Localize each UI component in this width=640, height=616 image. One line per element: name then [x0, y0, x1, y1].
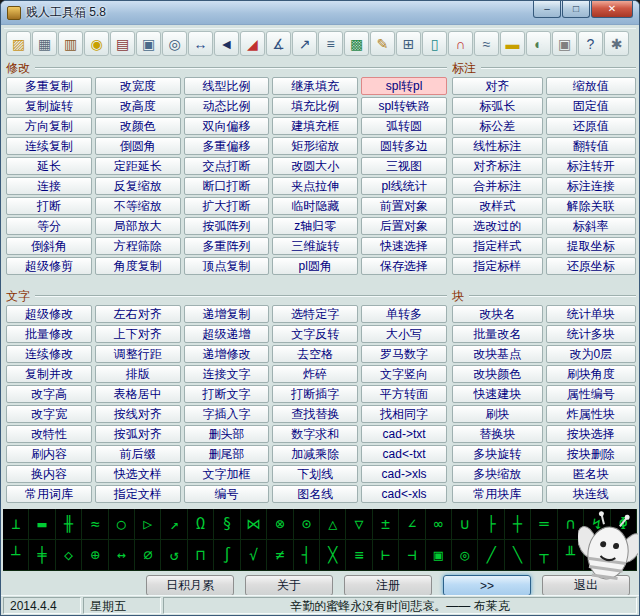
- tool-button[interactable]: 局部放大: [95, 217, 181, 235]
- cad-symbol[interactable]: ∪: [452, 509, 478, 540]
- tool-button[interactable]: 保存选择: [361, 257, 447, 275]
- cad-symbol[interactable]: ∠: [399, 509, 425, 540]
- tool-button[interactable]: 替换块: [452, 425, 543, 443]
- daily-quote-button[interactable]: 日积月累: [146, 575, 234, 596]
- tool-button[interactable]: 顶点复制: [184, 257, 270, 275]
- cad-symbol[interactable]: ▣: [426, 540, 452, 571]
- toolbar-button[interactable]: ▯: [422, 31, 447, 56]
- tool-button[interactable]: 文字加框: [184, 465, 270, 483]
- tool-button[interactable]: 多重复制: [6, 77, 92, 95]
- tool-button[interactable]: 连续修改: [6, 345, 92, 363]
- tool-button[interactable]: 对齐: [452, 77, 543, 95]
- toolbar-button[interactable]: ▩: [344, 31, 369, 56]
- tool-button[interactable]: 按块删除: [546, 445, 637, 463]
- tool-button[interactable]: 文字反转: [272, 325, 358, 343]
- cad-symbol[interactable]: ├: [478, 509, 504, 540]
- tool-button[interactable]: 标斜率: [546, 217, 637, 235]
- tool-button[interactable]: 改块名: [452, 305, 543, 323]
- cad-symbol[interactable]: ╲: [505, 540, 531, 571]
- cad-symbol[interactable]: ⊣: [399, 540, 425, 571]
- toolbar-button[interactable]: ▣: [136, 31, 161, 56]
- tool-button[interactable]: 解除关联: [546, 197, 637, 215]
- cad-symbol[interactable]: Φ: [611, 509, 637, 540]
- tool-button[interactable]: 加减乘除: [272, 445, 358, 463]
- tool-button[interactable]: 删头部: [184, 425, 270, 443]
- tool-button[interactable]: cad<-txt: [361, 445, 447, 463]
- cad-symbol[interactable]: ∼: [611, 540, 637, 571]
- tool-button[interactable]: 平方转面: [361, 385, 447, 403]
- cad-symbol[interactable]: ↔: [109, 540, 135, 571]
- tool-button[interactable]: 刷内容: [6, 445, 92, 463]
- tool-button[interactable]: 单转多: [361, 305, 447, 323]
- tool-button[interactable]: 块连线: [546, 485, 637, 503]
- tool-button[interactable]: 删尾部: [184, 445, 270, 463]
- tool-button[interactable]: 选改过的: [452, 217, 543, 235]
- tool-button[interactable]: 大小写: [361, 325, 447, 343]
- toolbar-button[interactable]: ◢: [240, 31, 265, 56]
- cad-symbol[interactable]: ╪: [29, 540, 55, 571]
- tool-button[interactable]: 改圆大小: [272, 157, 358, 175]
- tool-button[interactable]: 圆转多边: [361, 137, 447, 155]
- tool-button[interactable]: cad->xls: [361, 465, 447, 483]
- cad-symbol[interactable]: ▽: [346, 509, 372, 540]
- tool-button[interactable]: 延长: [6, 157, 92, 175]
- cad-symbol[interactable]: ▬: [29, 509, 55, 540]
- tool-button[interactable]: 固定值: [546, 97, 637, 115]
- cad-symbol[interactable]: ⊗: [267, 509, 293, 540]
- tool-button[interactable]: spl转铁路: [361, 97, 447, 115]
- tool-button[interactable]: 双向偏移: [184, 117, 270, 135]
- tool-button[interactable]: 三视图: [361, 157, 447, 175]
- tool-button[interactable]: 方程筛除: [95, 237, 181, 255]
- toolbar-button[interactable]: ⊞: [396, 31, 421, 56]
- tool-button[interactable]: 超级修改: [6, 305, 92, 323]
- cad-symbol[interactable]: ◎: [452, 540, 478, 571]
- tool-button[interactable]: 建填充框: [272, 117, 358, 135]
- cad-symbol[interactable]: √: [241, 540, 267, 571]
- tool-button[interactable]: 下划线: [272, 465, 358, 483]
- tool-button[interactable]: 交点打断: [184, 157, 270, 175]
- tool-button[interactable]: 临时隐藏: [272, 197, 358, 215]
- tool-button[interactable]: 超级递增: [184, 325, 270, 343]
- tool-button[interactable]: 改块基点: [452, 345, 543, 363]
- tool-button[interactable]: 数字求和: [272, 425, 358, 443]
- tool-button[interactable]: 反复缩放: [95, 177, 181, 195]
- tool-button[interactable]: 批量修改: [6, 325, 92, 343]
- toolbar-button[interactable]: ↗: [292, 31, 317, 56]
- tool-button[interactable]: 断口打断: [184, 177, 270, 195]
- tool-button[interactable]: 常用块库: [452, 485, 543, 503]
- cad-symbol[interactable]: ↯: [584, 509, 610, 540]
- tool-button[interactable]: spl转pl: [361, 77, 447, 95]
- toolbar-button[interactable]: ▥: [58, 31, 83, 56]
- tool-button[interactable]: 炸碎: [272, 365, 358, 383]
- tool-button[interactable]: 多重偏移: [184, 137, 270, 155]
- cad-symbol[interactable]: ω: [584, 540, 610, 571]
- tool-button[interactable]: 刷块: [452, 405, 543, 423]
- tool-button[interactable]: 方向复制: [6, 117, 92, 135]
- tool-button[interactable]: 标弧长: [452, 97, 543, 115]
- toolbar-button[interactable]: ◎: [162, 31, 187, 56]
- tool-button[interactable]: 递增修改: [184, 345, 270, 363]
- toolbar-button[interactable]: ∡: [266, 31, 291, 56]
- tool-button[interactable]: 换内容: [6, 465, 92, 483]
- tool-button[interactable]: 改高度: [95, 97, 181, 115]
- cad-symbol[interactable]: ±: [373, 509, 399, 540]
- tool-button[interactable]: 指定标样: [452, 257, 543, 275]
- toolbar-button[interactable]: ▨: [6, 31, 31, 56]
- cad-symbol[interactable]: ≈: [82, 509, 108, 540]
- tool-button[interactable]: pl圆角: [272, 257, 358, 275]
- tool-button[interactable]: 标注连接: [546, 177, 637, 195]
- toolbar-button[interactable]: ◄: [214, 31, 239, 56]
- tool-button[interactable]: 改字高: [6, 385, 92, 403]
- tool-button[interactable]: 超级修剪: [6, 257, 92, 275]
- toolbar-button[interactable]: ◐: [526, 31, 551, 56]
- tool-button[interactable]: 翻转值: [546, 137, 637, 155]
- cad-symbol[interactable]: ≠: [267, 540, 293, 571]
- tool-button[interactable]: 调整行距: [95, 345, 181, 363]
- tool-button[interactable]: 指定文样: [95, 485, 181, 503]
- tool-button[interactable]: 标公差: [452, 117, 543, 135]
- cad-symbol[interactable]: ⊥: [3, 509, 29, 540]
- toolbar-button[interactable]: ?: [578, 31, 603, 56]
- tool-button[interactable]: 统计多块: [546, 325, 637, 343]
- tool-button[interactable]: cad->txt: [361, 425, 447, 443]
- toolbar-button[interactable]: ▤: [110, 31, 135, 56]
